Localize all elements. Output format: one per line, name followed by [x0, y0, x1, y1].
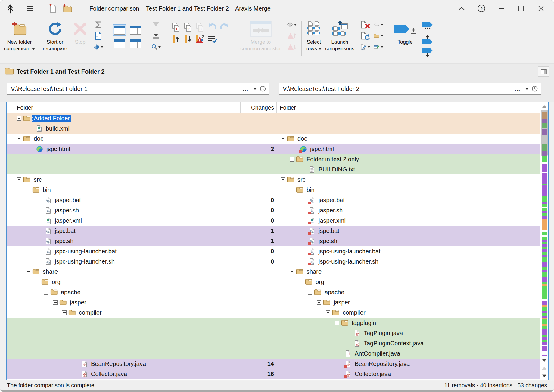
right-folder-path-input[interactable]: V:\ReleaseTest\Test Folder 2 … — [279, 83, 541, 95]
delete-file-icon[interactable] — [360, 20, 370, 29]
file-name[interactable]: TagPluginContext.java — [362, 340, 425, 347]
file-name[interactable]: TagPlugin.java — [362, 330, 404, 337]
refresh-file-icon[interactable] — [360, 31, 370, 40]
collapse-ribbon-icon[interactable] — [456, 3, 467, 14]
file-name[interactable]: jasper.sh — [317, 207, 344, 214]
collapse-expander-icon[interactable] — [290, 157, 294, 162]
table-row[interactable]: BeanRepository.java14BeanRepository.java — [7, 359, 540, 369]
file-name[interactable]: jspc-using-launcher.bat — [53, 248, 118, 255]
table-row[interactable]: binbin — [7, 185, 540, 195]
copy-to-second-icon[interactable]: 2 — [183, 23, 193, 32]
folder-name[interactable]: jasper — [68, 299, 88, 306]
statistics-icon[interactable] — [94, 20, 103, 29]
table-row[interactable]: TagPlugin.java — [7, 328, 540, 338]
synchronize-icon[interactable] — [374, 20, 383, 29]
new-text-comparison-icon[interactable] — [48, 3, 58, 14]
vertical-scrollbar[interactable] — [540, 102, 548, 380]
layout-two-pane-split-button[interactable] — [113, 38, 126, 49]
edit-file-icon[interactable] — [360, 42, 370, 51]
next-difference-icon[interactable] — [540, 372, 548, 379]
tab-comparison-title[interactable]: Test Folder 1 and Test Folder 2 — [17, 68, 105, 75]
help-icon[interactable]: ? — [476, 3, 487, 14]
file-name[interactable]: jspc-using-launcher.sh — [317, 258, 380, 265]
table-row[interactable]: shareshare — [7, 267, 540, 277]
file-name[interactable]: Collector.java — [89, 371, 129, 378]
table-row[interactable]: jspc.sh1jspc.sh — [7, 236, 540, 246]
folder-options-icon[interactable] — [374, 31, 383, 40]
layout-three-pane-button[interactable] — [129, 24, 142, 36]
next-change-icon[interactable] — [183, 35, 193, 44]
previous-change-icon[interactable] — [171, 35, 181, 44]
table-row[interactable]: jasper.sh0jasper.sh — [7, 205, 540, 215]
header-changes[interactable]: Changes — [240, 102, 277, 113]
collapse-expander-icon[interactable] — [281, 137, 285, 141]
folder-name[interactable]: Added Folder — [32, 115, 71, 122]
file-name[interactable]: AntCompiler.java — [353, 350, 402, 357]
copy-to-first-icon[interactable]: 1 — [171, 23, 181, 32]
file-name[interactable]: jspc-using-launcher.sh — [53, 258, 116, 265]
file-name[interactable]: jspc.html — [45, 146, 72, 153]
collapse-expander-icon[interactable] — [44, 290, 48, 295]
right-path-value[interactable]: V:\ReleaseTest\Test Folder 2 — [279, 85, 512, 92]
collapse-expander-icon[interactable] — [326, 310, 330, 315]
layout-three-pane-split-button[interactable] — [129, 38, 142, 49]
open-externally-icon[interactable] — [374, 42, 383, 51]
search-icon[interactable] — [151, 42, 161, 51]
settings-gear-icon[interactable] — [94, 42, 103, 51]
select-rows-button[interactable]: Selectrows — [305, 17, 322, 52]
table-row[interactable]: tagplugin — [7, 318, 540, 328]
start-or-recompare-button[interactable]: Start orrecompare — [43, 17, 67, 52]
table-row[interactable]: apacheapache — [7, 287, 540, 297]
file-name[interactable]: jasper.sh — [53, 207, 80, 214]
folder-name[interactable]: jasper — [332, 299, 351, 306]
table-row[interactable]: jspc-using-launcher.bat0jspc-using-launc… — [7, 246, 540, 256]
header-folder-right[interactable]: Folder — [277, 102, 540, 113]
file-name[interactable]: jspc.bat — [317, 227, 341, 234]
table-row[interactable]: Collector.java16Collector.java — [7, 369, 540, 379]
folder-name[interactable]: compiler — [77, 309, 103, 316]
menu-icon[interactable] — [26, 5, 35, 11]
table-row[interactable]: Added Folder — [7, 113, 540, 123]
report-icon[interactable] — [94, 31, 103, 40]
maximize-icon[interactable] — [516, 3, 527, 14]
ignore-warning-icon[interactable] — [195, 35, 205, 44]
scrollbar-thumb[interactable] — [541, 110, 548, 156]
table-row[interactable]: orgorg — [7, 277, 540, 287]
table-row[interactable]: jasperjasper — [7, 297, 540, 307]
restore-pane-icon[interactable] — [538, 66, 549, 77]
folder-name[interactable]: bin — [41, 187, 52, 193]
collapse-expander-icon[interactable] — [308, 290, 312, 295]
collapse-expander-icon[interactable] — [17, 137, 21, 141]
table-row[interactable]: jspc-using-launcher.sh0jspc-using-launch… — [7, 256, 540, 267]
minimize-icon[interactable] — [496, 3, 507, 14]
compare-selected-icon[interactable] — [287, 20, 297, 29]
folder-name[interactable]: share — [41, 268, 59, 275]
folder-name[interactable]: apache — [323, 289, 346, 296]
collapse-expander-icon[interactable] — [290, 188, 294, 192]
toggle-bookmark-button[interactable]: Toggle — [394, 17, 417, 45]
bookmark-options-icon[interactable] — [423, 20, 432, 32]
folder-name[interactable]: src — [32, 176, 43, 183]
folder-name[interactable]: org — [314, 279, 326, 286]
table-row[interactable]: Folder in test 2 only — [7, 154, 540, 164]
folder-name[interactable]: src — [296, 176, 307, 183]
browse-right-button[interactable]: … — [512, 85, 523, 92]
table-row[interactable]: TagPluginContext.java — [7, 338, 540, 348]
collapse-expander-icon[interactable] — [35, 280, 39, 284]
collapse-expander-icon[interactable] — [317, 300, 321, 305]
file-name[interactable]: jasper.xml — [53, 217, 83, 224]
file-name[interactable]: jspc-using-launcher.bat — [317, 248, 382, 255]
file-name[interactable]: Collector.java — [353, 371, 392, 378]
collapse-expander-icon[interactable] — [335, 321, 339, 325]
folder-name[interactable]: share — [305, 268, 323, 275]
left-folder-path-input[interactable]: V:\ReleaseTest\Test Folder 1 … — [7, 83, 269, 95]
table-row[interactable]: build.xml — [7, 123, 540, 134]
layout-two-pane-button[interactable] — [113, 24, 126, 36]
file-name[interactable]: jspc.sh — [317, 238, 339, 245]
right-path-dropdown-icon[interactable] — [523, 85, 531, 92]
scroll-down-icon[interactable] — [540, 358, 548, 363]
table-row[interactable]: docdoc — [7, 134, 540, 144]
table-row[interactable]: jspc.html2jspc.html — [7, 144, 540, 154]
left-path-dropdown-icon[interactable] — [251, 85, 259, 92]
collapse-expander-icon[interactable] — [26, 188, 30, 192]
